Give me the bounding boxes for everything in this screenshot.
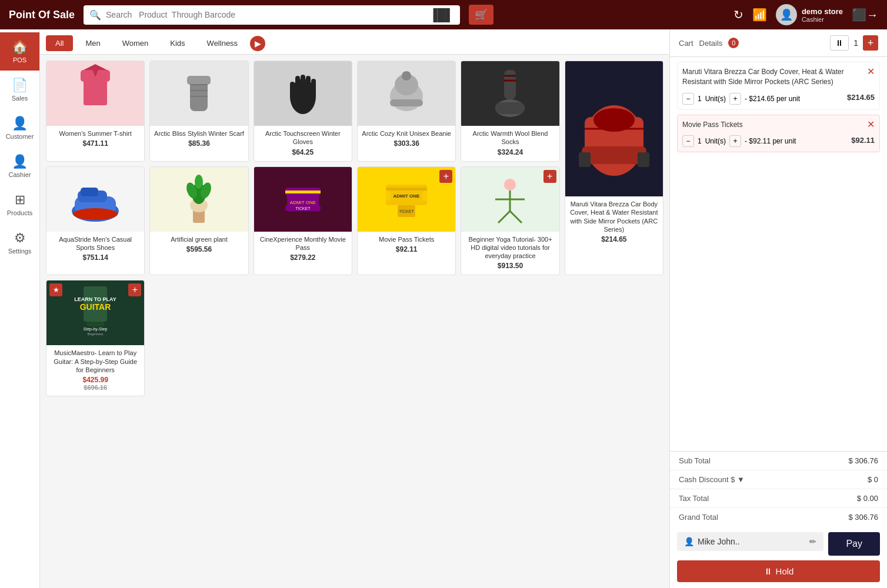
star-badge: ★	[49, 283, 62, 296]
refresh-icon[interactable]: ↻	[733, 8, 743, 22]
svg-text:GUITAR: GUITAR	[80, 302, 111, 312]
sidebar-item-sales[interactable]: 📄 Sales	[0, 71, 39, 109]
product-image	[150, 167, 248, 232]
pos-cart-button[interactable]: 🛒	[469, 5, 493, 25]
tax-total-row: Tax Total $ 0.00	[670, 489, 887, 508]
tab-women[interactable]: Women	[113, 35, 158, 51]
add-to-cart-button[interactable]: +	[439, 170, 452, 183]
add-to-cart-button[interactable]: +	[128, 283, 141, 296]
product-area: All Men Women Kids Wellness ▶ Women's Su…	[40, 29, 669, 588]
product-card[interactable]: Women's Summer T-shirt $471.11	[46, 61, 145, 162]
add-order-button[interactable]: +	[863, 35, 878, 51]
qty-value: 1	[698, 137, 702, 145]
search-input[interactable]	[106, 10, 424, 19]
svg-rect-54	[422, 191, 427, 201]
svg-rect-17	[390, 99, 423, 106]
product-card[interactable]: Arctic Warmth Wool Blend Socks $324.24	[461, 61, 559, 162]
qty-decrease-button[interactable]: −	[682, 93, 694, 105]
cart-item-name: Maruti Vitara Brezza Car Body Cover, Hea…	[682, 67, 867, 87]
product-price: $85.36	[154, 139, 244, 148]
product-card[interactable]: Arctic Bliss Stylish Winter Scarf $85.36	[149, 61, 248, 162]
cart-item: Maruti Vitara Brezza Car Body Cover, Hea…	[677, 62, 880, 110]
tab-kids[interactable]: Kids	[161, 35, 194, 51]
pay-button[interactable]: Pay	[828, 532, 880, 556]
price-per-unit: - $92.11 per unit	[745, 137, 796, 145]
qty-increase-button[interactable]: +	[729, 93, 741, 105]
tab-all[interactable]: All	[46, 35, 73, 51]
product-card[interactable]: ADMIT ONETICKET CineXperience Monthly Mo…	[254, 166, 352, 276]
tab-details[interactable]: Details	[699, 38, 723, 49]
cart-item-qty: − 1 Unit(s) + - $214.65 per unit	[682, 93, 800, 105]
sidebar-item-customer[interactable]: 👤 Customer	[0, 109, 39, 147]
user-name: demo store	[802, 7, 843, 16]
svg-rect-49	[386, 188, 427, 191]
svg-rect-28	[579, 152, 591, 167]
product-image: ADMIT ONETICKET	[254, 167, 352, 232]
settings-icon: ⚙	[14, 230, 26, 246]
grand-total-value: $ 306.76	[848, 513, 878, 522]
tab-wellness[interactable]: Wellness	[198, 35, 248, 51]
dropdown-arrow[interactable]: ▼	[737, 475, 745, 484]
tab-more-button[interactable]: ▶	[250, 36, 265, 51]
product-info: Artificial green plant $595.56	[150, 232, 248, 258]
product-card[interactable]: ★ + LEARN TO PLAYGUITARStep-by-StepBegin…	[46, 280, 145, 396]
product-name: CineXperience Monthly Movie Pass	[258, 235, 348, 252]
product-price: $913.50	[465, 262, 555, 270]
product-image	[46, 61, 144, 126]
cashier-icon: 👤	[12, 154, 28, 169]
svg-text:Step-by-Step: Step-by-Step	[84, 327, 108, 332]
product-name: AquaStride Men's Casual Sports Shoes	[50, 235, 141, 252]
svg-text:ADMIT ONE: ADMIT ONE	[290, 200, 316, 205]
cart-item-remove-button[interactable]: ✕	[867, 120, 875, 129]
tab-men[interactable]: Men	[76, 35, 109, 51]
product-name: Arctic Warmth Wool Blend Socks	[465, 129, 555, 146]
sidebar-item-settings[interactable]: ⚙ Settings	[0, 223, 39, 262]
product-card[interactable]: Maruti Vitara Brezza Car Body Cover, Hea…	[565, 61, 663, 275]
product-card[interactable]: AquaStride Men's Casual Sports Shoes $75…	[46, 166, 145, 276]
hold-button[interactable]: ⏸ Hold	[677, 560, 880, 582]
cart-item-name: Movie Pass Tickets	[682, 120, 867, 130]
sidebar-item-products[interactable]: ⊞ Products	[0, 185, 39, 223]
qty-increase-button[interactable]: +	[729, 135, 741, 147]
product-price: $751.14	[50, 253, 141, 262]
product-name: Maruti Vitara Brezza Car Body Cover, Hea…	[569, 200, 659, 233]
product-price: $214.65	[569, 235, 659, 243]
category-tabs: All Men Women Kids Wellness ▶	[40, 29, 669, 55]
sidebar-item-cashier[interactable]: 👤 Cashier	[0, 147, 39, 185]
tax-total-value: $ 0.00	[857, 494, 878, 503]
product-price: $471.11	[50, 139, 141, 148]
product-card[interactable]: Artificial green plant $595.56	[149, 166, 248, 276]
app-title: Point Of Sale	[9, 9, 75, 21]
user-role: Cashier	[802, 16, 843, 23]
svg-rect-2	[101, 70, 110, 82]
svg-rect-14	[311, 79, 316, 96]
product-price: $303.36	[361, 139, 452, 148]
product-name: Artificial green plant	[154, 235, 244, 243]
tab-cart[interactable]: Cart	[679, 38, 693, 49]
product-card[interactable]: + Beginner Yoga Tutorial- 300+ HD digita…	[461, 166, 559, 276]
product-image	[358, 61, 455, 126]
sidebar-item-pos[interactable]: 🏠 POS	[0, 32, 39, 71]
product-card[interactable]: Arctic Cozy Knit Unisex Beanie $303.36	[357, 61, 456, 162]
product-image	[46, 167, 144, 232]
svg-rect-43	[285, 191, 321, 193]
logout-icon[interactable]: ⬛→	[852, 8, 878, 22]
add-to-cart-button[interactable]: +	[543, 170, 556, 183]
product-info: Arctic Cozy Knit Unisex Beanie $303.36	[358, 126, 455, 152]
product-name: Arctic Cozy Knit Unisex Beanie	[361, 129, 452, 138]
cart-item-remove-button[interactable]: ✕	[867, 67, 875, 76]
product-info: Beginner Yoga Tutorial- 300+ HD digital …	[461, 232, 559, 275]
svg-rect-27	[582, 146, 646, 164]
product-info: Maruti Vitara Brezza Car Body Cover, Hea…	[565, 196, 663, 248]
qty-unit: Unit(s)	[705, 95, 726, 103]
cart-footer: 👤 Mike John.. ✏ Pay ⏸ Hold	[670, 526, 887, 588]
edit-icon[interactable]: ✏	[809, 537, 816, 546]
product-image	[150, 61, 248, 126]
product-price: $324.24	[465, 148, 555, 156]
customer-icon-small: 👤	[684, 537, 694, 546]
qty-decrease-button[interactable]: −	[682, 135, 694, 147]
pause-button[interactable]: ⏸	[830, 35, 849, 51]
product-card[interactable]: + ADMIT ONETICKET Movie Pass Tickets $92…	[357, 166, 456, 276]
product-card[interactable]: Arctic Touchscreen Winter Gloves $64.25	[254, 61, 352, 162]
sidebar-label-cashier: Cashier	[9, 171, 31, 178]
